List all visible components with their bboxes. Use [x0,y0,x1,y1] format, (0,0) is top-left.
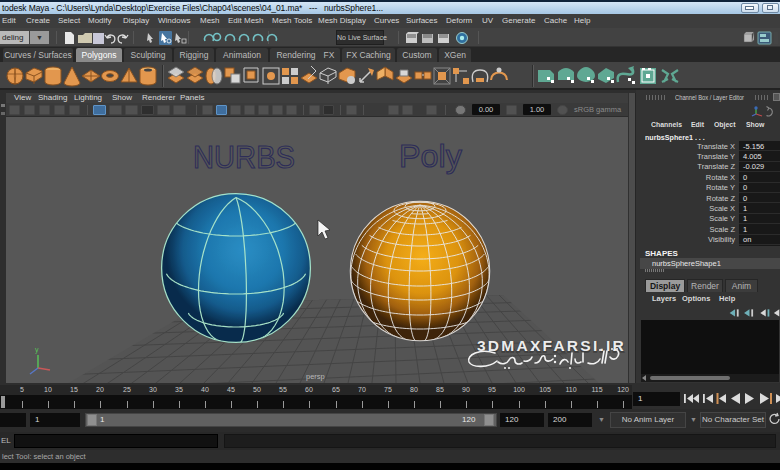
svg-text:y: y [35,346,39,354]
svg-text:NURBS: NURBS [193,140,295,175]
svg-text:Poly: Poly [399,139,463,174]
svg-text:persp: persp [306,372,325,381]
